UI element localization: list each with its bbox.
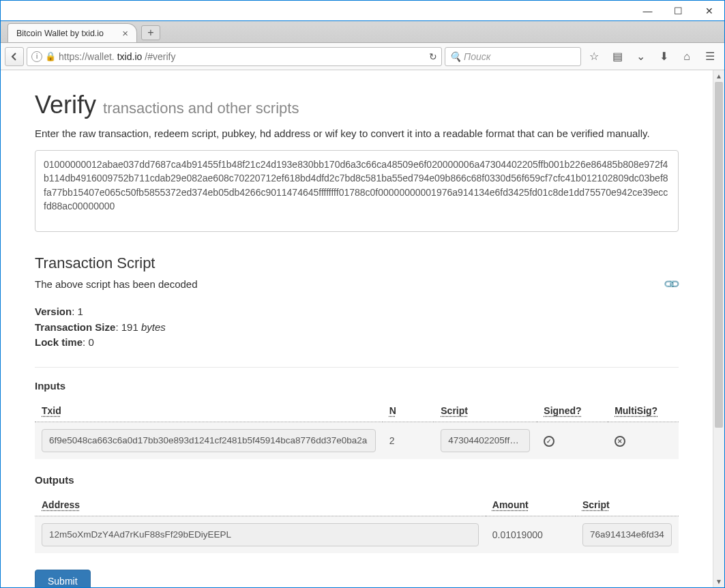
decoded-section: Transaction Script The above script has … [35,254,679,351]
page-content: Verify transactions and other scripts En… [1,70,713,587]
tab-title: Bitcoin Wallet by txid.io [16,29,104,38]
signed-check-icon: ✓ [544,436,554,447]
reload-icon[interactable]: ↻ [429,51,437,62]
decoded-message: The above script has been decoded [35,278,198,290]
tab-strip: Bitcoin Wallet by txid.io × + [1,21,724,43]
url-prefix: https://wallet. [59,51,115,62]
browser-window: — ☐ ✕ Bitcoin Wallet by txid.io × + i 🔒 … [0,0,725,588]
browser-toolbar: i 🔒 https://wallet.txid.io/#verify ↻ 🔍 П… [1,43,724,70]
intro-text: Enter the raw transaction, redeem script… [35,128,679,139]
output-script[interactable] [582,523,672,546]
downloads-icon[interactable]: ⬇ [653,47,674,66]
url-host: txid.io [117,51,143,62]
page-title: Verify transactions and other scripts [35,91,679,119]
inputs-section: Inputs Txid N Script Signed? MultiSig? [35,380,679,459]
window-close-button[interactable]: ✕ [694,1,724,20]
th-signed: Signed? [537,400,608,422]
heading-sub: transactions and other scripts [103,100,299,117]
outputs-title: Outputs [35,474,679,486]
th-multisig: MultiSig? [608,400,679,422]
divider [35,367,679,368]
scroll-up-icon[interactable]: ▲ [713,70,724,82]
size-unit: bytes [141,321,166,333]
inputs-title: Inputs [35,380,679,392]
th-script: Script [434,400,537,422]
version-value: 1 [78,306,83,317]
menu-icon[interactable]: ☰ [700,47,720,66]
bookmark-star-icon[interactable]: ☆ [584,47,604,66]
input-n: 2 [383,422,434,459]
vertical-scrollbar[interactable]: ▲ ▼ [713,70,724,587]
table-row: 2 ✓ ✕ [35,422,679,459]
input-txid[interactable] [42,429,376,452]
home-icon[interactable]: ⌂ [677,47,697,66]
arrow-left-icon [10,52,19,61]
viewport: Verify transactions and other scripts En… [1,70,724,587]
raw-input[interactable] [35,150,679,232]
input-script[interactable] [441,429,530,452]
version-label: Version [35,306,72,317]
library-icon[interactable]: ▤ [607,47,627,66]
th-amount: Amount [486,494,576,516]
browser-tab[interactable]: Bitcoin Wallet by txid.io × [8,23,137,42]
lock-icon: 🔒 [45,51,56,61]
scroll-track[interactable] [713,82,724,576]
tx-meta: Version: 1 Transaction Size: 191 bytes L… [35,304,679,351]
os-titlebar: — ☐ ✕ [1,1,724,21]
table-row: 0.01019000 [35,516,679,553]
window-minimize-button[interactable]: — [632,1,663,20]
decoded-title: Transaction Script [35,254,679,272]
window-maximize-button[interactable]: ☐ [663,1,694,20]
link-icon[interactable]: 🔗 [662,275,681,294]
info-icon: i [31,51,42,62]
pocket-icon[interactable]: ⌄ [630,47,651,66]
multisig-cross-icon: ✕ [615,436,625,447]
search-icon: 🔍 [449,51,461,62]
scroll-down-icon[interactable]: ▼ [713,576,724,587]
outputs-table: Address Amount Script 0.01019000 [35,494,679,553]
output-amount: 0.01019000 [486,516,576,553]
search-placeholder: Поиск [464,51,490,62]
url-bar[interactable]: i 🔒 https://wallet.txid.io/#verify ↻ [27,47,442,66]
th-oscript: Script [576,494,679,516]
search-bar[interactable]: 🔍 Поиск [445,47,581,66]
output-address[interactable] [42,523,479,546]
th-address: Address [35,494,486,516]
submit-button[interactable]: Submit [35,570,91,588]
inputs-table: Txid N Script Signed? MultiSig? 2 ✓ [35,400,679,459]
locktime-value: 0 [88,336,93,348]
size-value: 191 [121,321,138,333]
tab-close-icon[interactable]: × [119,27,131,39]
url-suffix: /#verify [145,51,175,62]
size-label: Transaction Size [35,321,115,333]
back-button[interactable] [5,47,24,66]
new-tab-button[interactable]: + [141,25,160,40]
th-n: N [383,400,434,422]
scroll-thumb[interactable] [715,82,723,428]
locktime-label: Lock time [35,336,83,348]
outputs-section: Outputs Address Amount Script 0.01019000 [35,474,679,553]
th-txid: Txid [35,400,383,422]
heading-main: Verify [35,91,96,119]
